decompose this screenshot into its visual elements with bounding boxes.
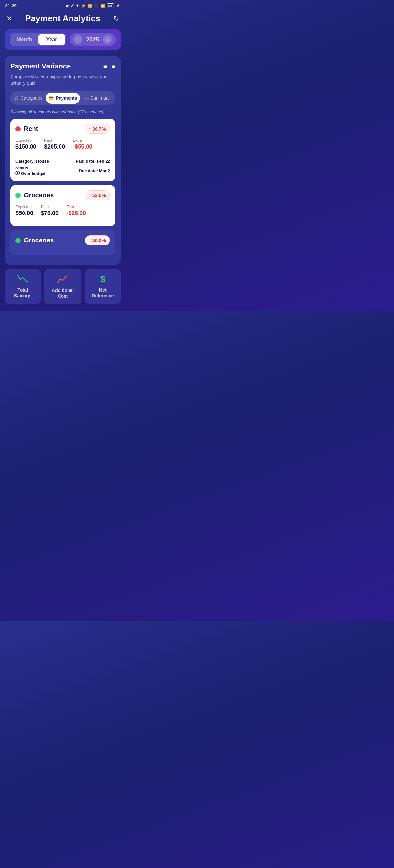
category-item: Category: House	[16, 159, 49, 164]
warning-icon: ⓘ	[16, 170, 20, 176]
due-date-item: Due date: Mar 2	[79, 168, 110, 173]
paid-value: $205.00	[44, 144, 65, 150]
payment-item-header-partial: Groceries ↑ 50.0%	[16, 235, 110, 245]
paid-amount: Paid $205.00	[44, 138, 65, 150]
wifi-icon: 📶	[88, 3, 92, 8]
expected-label: Expected	[16, 138, 36, 143]
year-tab[interactable]: Year	[38, 34, 65, 45]
net-difference-label: NetDifference	[92, 287, 114, 299]
partial-dot	[16, 238, 21, 243]
period-selector: Month Year ‹ 2025 ›	[4, 29, 121, 51]
dollar-icon: $	[101, 274, 106, 284]
payment-name-row-partial: Groceries	[16, 237, 54, 244]
extra-label: Extra	[73, 138, 92, 143]
card-subtitle: Compare what you expected to pay vs. wha…	[10, 73, 115, 86]
showing-text: Showing all payments with variance (27 p…	[10, 109, 115, 114]
bluetooth-icon: ⚡	[81, 3, 86, 8]
month-tab[interactable]: Month	[10, 34, 38, 45]
payment-item-partial: Groceries ↑ 50.0%	[10, 230, 115, 255]
due-date-value: Mar 2	[99, 168, 110, 173]
prev-year-button[interactable]: ‹	[74, 35, 82, 44]
period-tabs: Month Year	[10, 33, 66, 46]
categories-tab[interactable]: ⚖ Categories	[11, 93, 45, 103]
year-label: 2025	[85, 36, 101, 43]
variance-up-arrow-2: ↑	[89, 193, 91, 198]
paid-label: Paid	[44, 138, 65, 143]
paid-date-value: Feb 22	[97, 159, 110, 164]
paid-value-2: $76.00	[41, 210, 59, 217]
payment-amounts-2: Expected $50.00 Paid $76.00 Extra -$26.0…	[16, 205, 110, 217]
summary-icon: ◎	[85, 95, 88, 101]
status-icons: ◎ ✗ 👁 ⚡ 📶 📞 📶 98 ⚡	[66, 3, 120, 8]
paid-label-2: Paid	[41, 205, 59, 209]
paid-date-item: Paid date: Feb 22	[76, 159, 110, 164]
view-tabs: ⚖ Categories 💳 Payments ◎ Summary	[10, 91, 115, 105]
expected-value: $150.00	[16, 144, 36, 150]
card-filter-icons: ≡ ≡	[103, 63, 115, 70]
partial-variance-badge: ↑ 50.0%	[85, 235, 110, 245]
payments-icon: 💳	[48, 95, 54, 101]
charging-icon: ⚡	[116, 3, 120, 8]
groceries-name: Groceries	[24, 192, 54, 199]
eye-icon: 👁	[76, 3, 80, 8]
rent-name: Rent	[24, 125, 38, 132]
year-navigator: ‹ 2025 ›	[69, 33, 116, 46]
close-button[interactable]: ✕	[6, 14, 12, 23]
variance-up-arrow: ↑	[89, 126, 91, 131]
payment-name-row: Rent	[16, 125, 38, 132]
expected-amount-2: Expected $50.00	[16, 205, 33, 217]
card-title: Payment Variance	[10, 62, 71, 70]
whatsapp-icon: ◎	[66, 3, 69, 8]
payment-item-rent: Rent ↑ 36.7% Expected $150.00 Paid $205.…	[10, 119, 115, 181]
extra-amount-2: Extra -$26.00	[66, 205, 86, 217]
status-time: 21:29	[5, 3, 17, 8]
over-budget-badge: ⓘ Over budget	[16, 170, 46, 176]
payment-name-row-2: Groceries	[16, 192, 54, 199]
status-bar: 21:29 ◎ ✗ 👁 ⚡ 📶 📞 📶 98 ⚡	[0, 0, 125, 10]
payment-item-header: Rent ↑ 36.7%	[16, 124, 110, 134]
filter-icon-1[interactable]: ≡	[103, 63, 107, 70]
partial-arrow: ↑	[89, 238, 91, 243]
rent-dot	[16, 126, 21, 131]
additional-cost-card[interactable]: AdditionalCost	[44, 269, 81, 304]
category-value: House	[36, 159, 49, 164]
payment-meta-top: Category: House Paid date: Feb 22	[16, 159, 110, 164]
call-icon: 📞	[94, 3, 99, 8]
extra-value: -$55.00	[73, 144, 92, 150]
status-row: Status: ⓘ Over budget Due date: Mar 2	[16, 165, 110, 176]
total-savings-label: TotalSavings	[14, 287, 32, 299]
payments-tab[interactable]: 💳 Payments	[46, 93, 80, 103]
page-title: Payment Analytics	[25, 13, 101, 24]
summary-tab[interactable]: ◎ Summary	[81, 93, 114, 103]
trend-up-icon	[57, 275, 68, 285]
partial-name: Groceries	[24, 237, 54, 244]
additional-cost-label: AdditionalCost	[52, 287, 74, 299]
status-item: Status: ⓘ Over budget	[16, 165, 46, 176]
expected-label-2: Expected	[16, 205, 33, 209]
main-card: Payment Variance ≡ ≡ Compare what you ex…	[4, 56, 121, 265]
payment-item-groceries: Groceries ↑ 52.0% Expected $50.00 Paid $…	[10, 185, 115, 226]
filter-icon-2[interactable]: ≡	[111, 63, 115, 70]
net-difference-card[interactable]: $ NetDifference	[85, 269, 121, 304]
categories-icon: ⚖	[15, 95, 19, 101]
groceries-dot	[16, 193, 21, 198]
refresh-button[interactable]: ↻	[113, 14, 119, 23]
extra-value-2: -$26.00	[66, 210, 86, 217]
groceries-variance-badge: ↑ 52.0%	[85, 190, 110, 200]
twitter-icon: ✗	[71, 3, 74, 8]
trend-down-icon	[17, 274, 29, 284]
total-savings-card[interactable]: TotalSavings	[4, 269, 41, 304]
extra-label-2: Extra	[66, 205, 86, 209]
summary-row: TotalSavings AdditionalCost $ NetDiffere…	[4, 269, 121, 310]
rent-variance-badge: ↑ 36.7%	[85, 124, 110, 134]
signal-icon: 📶	[101, 3, 105, 8]
paid-amount-2: Paid $76.00	[41, 205, 59, 217]
extra-amount: Extra -$55.00	[73, 138, 92, 150]
divider	[16, 155, 110, 155]
expected-value-2: $50.00	[16, 210, 33, 217]
card-header: Payment Variance ≡ ≡	[10, 62, 115, 70]
next-year-button[interactable]: ›	[103, 35, 112, 44]
payment-item-header-2: Groceries ↑ 52.0%	[16, 190, 110, 200]
expected-amount: Expected $150.00	[16, 138, 36, 150]
payment-amounts: Expected $150.00 Paid $205.00 Extra -$55…	[16, 138, 110, 150]
